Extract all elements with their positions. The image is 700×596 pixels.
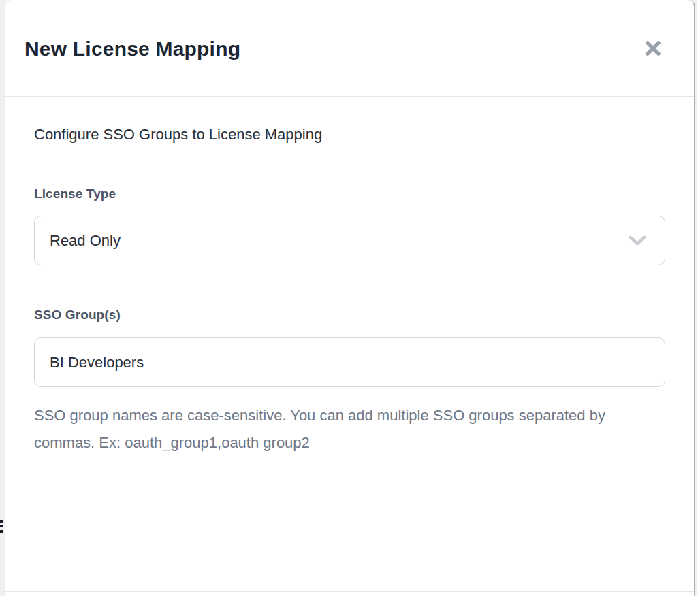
background-clipped-element: [0, 525, 3, 527]
license-type-label: License Type: [34, 186, 663, 201]
sso-groups-label: SSO Group(s): [34, 308, 663, 322]
background-clipped-element: [0, 520, 3, 523]
dialog-header: New License Mapping: [5, 0, 694, 97]
close-button[interactable]: [638, 33, 668, 63]
license-type-select[interactable]: Read Only: [34, 216, 665, 265]
dialog-subheading: Configure SSO Groups to License Mapping: [34, 125, 663, 145]
sso-groups-help-text: SSO group names are case-sensitive. You …: [34, 402, 609, 457]
dialog-body: Configure SSO Groups to License Mapping …: [5, 97, 694, 591]
sso-groups-input[interactable]: [34, 337, 665, 387]
close-icon: [643, 38, 663, 59]
page-backdrop: [0, 0, 5, 596]
dialog-footer: [5, 591, 694, 596]
license-type-selected-value: Read Only: [50, 232, 121, 250]
background-clipped-element: [0, 530, 3, 533]
chevron-down-icon: [628, 235, 647, 247]
new-license-mapping-dialog: New License Mapping Configure SSO Groups…: [5, 0, 695, 596]
page-background-right: [697, 0, 700, 596]
dialog-title: New License Mapping: [25, 36, 240, 61]
